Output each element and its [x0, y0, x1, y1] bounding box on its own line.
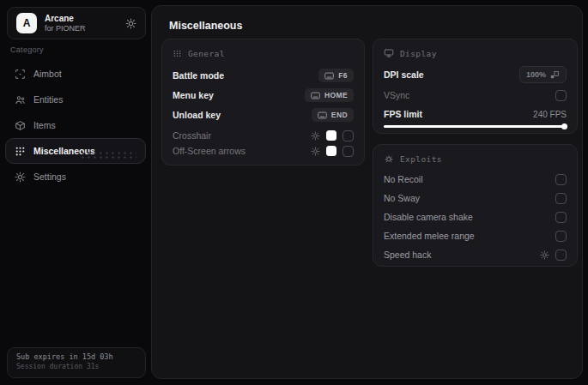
fps-limit-label: FPS limit [384, 109, 422, 119]
menu-key-label: Menu key [173, 90, 214, 100]
general-card-title: General [173, 48, 354, 58]
menu-key-row: Menu key HOME [173, 87, 354, 103]
category-label: Category [10, 45, 44, 54]
display-card: Display DPI scale 100% VSync FPS limit 2… [373, 39, 578, 134]
fps-limit-value: 240 FPS [533, 110, 567, 119]
sidebar-item-items[interactable]: Items [5, 112, 146, 138]
crosshair-row: Crosshair [173, 128, 354, 143]
page-title: Miscellaneous [169, 20, 242, 32]
app-name: Arcane [45, 14, 125, 24]
app-logo: A [16, 13, 37, 33]
disable-camera-shake-label: Disable camera shake [384, 212, 473, 222]
unload-key-row: Unload key END [173, 107, 354, 123]
keybind-value: END [331, 111, 348, 119]
display-card-title: Display [384, 48, 567, 58]
general-card: General Battle mode F6 Menu key HOME Unl… [161, 39, 365, 165]
sidebar-item-aimbot[interactable]: Aimbot [5, 61, 146, 87]
dpi-scale-value: 100% [526, 70, 546, 79]
no-sway-checkbox[interactable] [555, 193, 567, 204]
app-subtitle: for PIONER [45, 24, 125, 33]
no-sway-row: No Sway [384, 191, 567, 205]
sidebar-item-label: Settings [33, 171, 66, 182]
general-title-text: General [188, 49, 225, 58]
speed-hack-checkbox[interactable] [555, 250, 567, 261]
main-panel: Miscellaneous General Battle mode F6 Men… [151, 5, 583, 379]
fps-limit-row: FPS limit 240 FPS [384, 108, 567, 120]
app-logo-card: A Arcane for PIONER [7, 7, 146, 39]
exploits-title-text: Exploits [400, 154, 442, 164]
crosshair-config-gear-icon[interactable] [311, 131, 320, 141]
dpi-scale-row: DPI scale 100% [384, 66, 567, 83]
exploits-card: Exploits No Recoil No Sway Disable camer… [373, 144, 578, 267]
no-sway-label: No Sway [384, 193, 420, 203]
entities-icon [15, 94, 26, 105]
crosshair-label: Crosshair [173, 130, 211, 141]
slider-fill [384, 125, 567, 128]
extended-melee-range-row: Extended melee range [384, 229, 567, 243]
speed-hack-label: Speed hack [384, 250, 431, 260]
speed-hack-row: Speed hack [384, 248, 567, 262]
fps-limit-slider[interactable] [384, 123, 567, 129]
app-title-block: Arcane for PIONER [45, 14, 125, 33]
offscreen-arrows-color-swatch[interactable] [326, 146, 336, 156]
sidebar-item-label: Items [33, 120, 56, 130]
offscreen-arrows-row: Off-Screen arrows [173, 143, 354, 159]
battle-mode-label: Battle mode [173, 70, 224, 81]
offscreen-arrows-checkbox[interactable] [342, 146, 354, 157]
disable-camera-shake-checkbox[interactable] [555, 212, 567, 223]
disable-camera-shake-row: Disable camera shake [384, 210, 567, 224]
keybind-value: HOME [324, 91, 348, 99]
menu-key-keybind[interactable]: HOME [305, 88, 354, 102]
unload-key-label: Unload key [173, 110, 221, 120]
crosshair-checkbox[interactable] [342, 130, 354, 141]
dpi-scale-control[interactable]: 100% [519, 66, 567, 83]
package-icon [15, 120, 26, 131]
battle-mode-row: Battle mode F6 [173, 68, 354, 83]
sidebar: A Arcane for PIONER Category Aimbot [0, 0, 151, 385]
monitor-icon [384, 48, 394, 58]
bug-icon [384, 153, 394, 164]
no-recoil-checkbox[interactable] [555, 174, 567, 185]
keybind-value: F6 [338, 71, 348, 80]
speed-hack-config-gear-icon[interactable] [540, 250, 549, 260]
exploits-card-title: Exploits [384, 153, 567, 164]
sidebar-item-entities[interactable]: Entities [5, 87, 146, 112]
scale-icon [550, 70, 560, 80]
sidebar-item-settings[interactable]: Settings [5, 164, 146, 189]
sidebar-item-label: Aimbot [33, 69, 62, 79]
sidebar-item-label: Miscellaneous [33, 146, 95, 156]
sub-expires-text: Sub expires in 15d 03h [16, 352, 136, 361]
extended-melee-range-label: Extended melee range [384, 231, 475, 241]
grid-dots-icon [15, 146, 26, 157]
session-duration-text: Session duration 31s [16, 363, 136, 370]
no-recoil-row: No Recoil [384, 172, 567, 186]
slider-knob[interactable] [561, 123, 567, 129]
sidebar-item-label: Entities [33, 94, 63, 105]
scan-icon [15, 69, 26, 80]
unload-key-keybind[interactable]: END [312, 108, 354, 122]
sidebar-nav: Aimbot Entities Items Miscellaneous [5, 61, 146, 189]
app-window: A Arcane for PIONER Category Aimbot [0, 0, 588, 385]
extended-melee-range-checkbox[interactable] [555, 231, 567, 242]
crosshair-color-swatch[interactable] [326, 130, 336, 141]
battle-mode-keybind[interactable]: F6 [318, 69, 354, 82]
vsync-row: VSync [384, 88, 567, 102]
vsync-checkbox[interactable] [555, 90, 567, 101]
columns-grid-icon [173, 49, 182, 58]
display-title-text: Display [400, 49, 437, 58]
subscription-info-card: Sub expires in 15d 03h Session duration … [7, 347, 146, 378]
offscreen-arrows-label: Off-Screen arrows [173, 146, 246, 156]
settings-gear-icon[interactable] [125, 18, 136, 29]
no-recoil-label: No Recoil [384, 174, 423, 184]
gear-icon [15, 171, 26, 183]
vsync-label: VSync [384, 90, 409, 100]
offscreen-arrows-config-gear-icon[interactable] [311, 147, 320, 156]
sidebar-item-miscellaneous[interactable]: Miscellaneous [5, 138, 146, 164]
dpi-scale-label: DPI scale [384, 69, 424, 80]
